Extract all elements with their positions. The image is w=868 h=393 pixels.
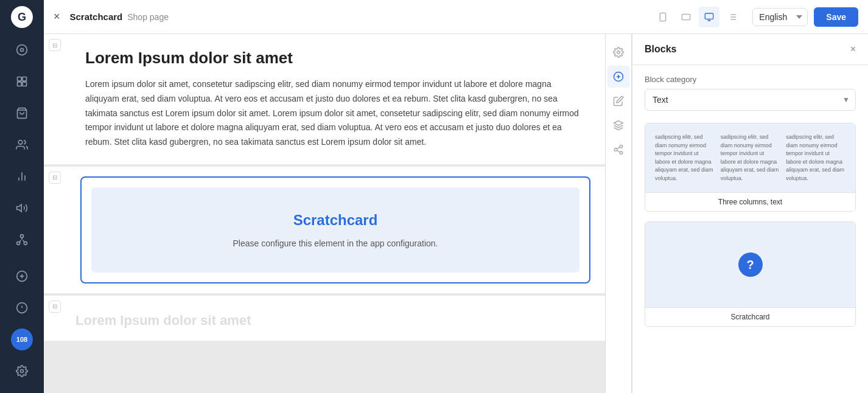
pages-nav-btn[interactable] [0,66,44,97]
scratchcard-block-preview: ? [645,222,855,307]
page-title: Scratchcard [70,12,123,22]
right-tool-strip [605,34,632,393]
save-button[interactable]: Save [814,7,858,27]
section-handle-bottom[interactable]: ⊟ [44,296,66,341]
page-subtitle: Shop page [127,12,169,22]
svg-line-17 [23,240,25,242]
scratchcard-box: Scratchcard Please configure this elemen… [80,176,590,283]
svg-point-24 [21,370,24,373]
settings-tool-button[interactable] [607,41,629,63]
campaigns-nav-btn[interactable] [0,192,44,224]
close-button[interactable]: × [54,10,60,23]
svg-rect-5 [23,82,27,86]
scratchcard-inner: Scratchcard Please configure this elemen… [91,187,579,273]
svg-point-45 [620,151,623,155]
svg-point-7 [18,141,23,145]
layout-handle-icon[interactable]: ⊟ [49,39,61,51]
svg-rect-27 [682,14,690,19]
share-tool-button[interactable] [607,139,629,161]
bottom-preview-text: Lorem Ipsum dolor sit amet [75,313,576,329]
blocks-panel-header: Blocks × [632,34,868,65]
block-category-label: Block category [645,75,856,84]
scratchcard-title: Scratchcard [103,212,567,229]
svg-point-43 [620,145,623,148]
contacts-nav-btn[interactable] [0,129,44,161]
shop-nav-btn[interactable] [0,97,44,129]
scratchcard-block-card[interactable]: ? Scratchcard [645,221,856,327]
scratchcard-section-content: Scratchcard Please configure this elemen… [66,167,605,293]
add-nav-btn[interactable] [0,260,44,292]
user-badge[interactable]: 108 [11,329,33,350]
bottom-editor-section: ⊟ Lorem Ipsum dolor sit amet [44,296,605,341]
svg-rect-4 [18,82,22,86]
section-handle-text[interactable]: ⊟ [44,34,66,164]
three-col-preview: sadipscing elitr, sed diam nonumy eirmod… [645,123,855,192]
section-body: Lorem ipsum dolor sit amet, consetetur s… [85,77,586,150]
mobile-view-button[interactable] [653,7,673,27]
left-nav: G 108 [0,0,44,393]
svg-point-44 [614,148,617,151]
blocks-panel-close-button[interactable]: × [850,44,856,55]
logo-area: G [0,0,44,34]
tablet-view-button[interactable] [676,7,696,27]
section-heading: Lorem Ipsum dolor sit amet [85,49,586,68]
text-editor-section: ⊟ Lorem Ipsum dolor sit amet Lorem ipsum… [44,34,605,164]
preview-col-1: sadipscing elitr, sed diam nonumy eirmod… [655,133,715,183]
list-view-button[interactable] [722,7,743,27]
layers-tool-button[interactable] [607,114,629,136]
layout-handle-icon-3[interactable]: ⊟ [49,301,61,313]
settings-nav-btn[interactable] [0,355,44,387]
layout-handle-icon-2[interactable]: ⊟ [49,172,61,184]
language-select[interactable]: English French German Spanish [752,8,808,26]
svg-marker-11 [17,204,22,212]
view-icons-group [653,7,743,27]
text-section-content: Lorem Ipsum dolor sit amet Lorem ipsum d… [66,34,605,164]
svg-point-0 [17,45,27,55]
reports-nav-btn[interactable] [0,161,44,192]
preview-col-3: sadipscing elitr, sed diam nonumy eirmod… [786,133,845,183]
editor-area: ⊟ Lorem Ipsum dolor sit amet Lorem ipsum… [44,34,605,393]
blocks-panel-title: Blocks [645,44,676,55]
question-circle-icon: ? [738,252,763,277]
scratchcard-block-label: Scratchcard [645,307,855,326]
edit-tool-button[interactable] [607,90,629,112]
section-handle-scratchcard[interactable]: ⊟ [44,167,66,293]
help-nav-btn[interactable] [0,292,44,324]
logo-icon: G [11,6,33,28]
scratchcard-editor-section: ⊟ Scratchcard Please configure this elem… [44,167,605,293]
svg-line-47 [617,147,620,149]
svg-rect-3 [23,77,27,82]
scratchcard-description: Please configure this element in the app… [103,238,567,248]
desktop-view-button[interactable] [699,7,719,27]
svg-line-46 [617,150,620,152]
top-bar: × Scratchcard Shop page English French G… [44,0,868,34]
preview-col-2: sadipscing elitr, sed diam nonumy eirmod… [721,133,780,183]
main-area: ⊟ Lorem Ipsum dolor sit amet Lorem ipsum… [44,34,868,393]
svg-marker-42 [614,121,623,126]
svg-rect-2 [18,77,22,82]
dashboard-nav-btn[interactable] [0,34,44,66]
category-select-wrapper: Text Image Video Button Form Layout ▼ [645,89,856,111]
three-columns-text-block-card[interactable]: sadipscing elitr, sed diam nonumy eirmod… [645,123,856,212]
svg-rect-29 [705,13,713,19]
three-col-label: Three columns, text [645,192,855,211]
svg-rect-25 [660,13,666,21]
svg-point-1 [21,49,24,52]
blocks-panel-body: Block category Text Image Video Button F… [632,65,868,393]
blocks-panel: Blocks × Block category Text Image Video… [632,34,868,393]
svg-point-38 [617,51,620,54]
add-block-tool-button[interactable] [607,66,629,88]
category-select[interactable]: Text Image Video Button Form Layout [645,89,856,111]
integrations-nav-btn[interactable] [0,224,44,256]
svg-point-12 [21,235,24,238]
svg-line-16 [19,240,21,242]
